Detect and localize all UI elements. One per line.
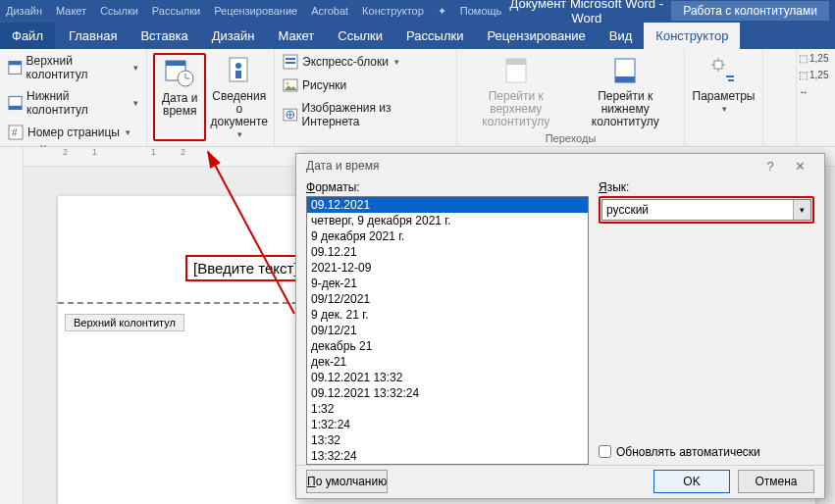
tab-review[interactable]: Рецензирование — [475, 23, 597, 49]
format-option[interactable]: дек-21 — [307, 354, 588, 370]
title-bar: Дизайн Макет Ссылки Рассылки Рецензирова… — [0, 0, 835, 22]
auto-update-checkbox[interactable] — [599, 445, 611, 458]
pictures-button[interactable]: Рисунки — [281, 76, 450, 94]
format-option[interactable]: 9 дек. 21 г. — [307, 307, 588, 323]
header-button[interactable]: Верхний колонтитул — [6, 53, 140, 82]
date-time-button[interactable]: Дата и время — [153, 53, 206, 141]
date-time-dialog: Дата и время ? ✕ Форматы: 09.12.2021четв… — [295, 153, 825, 499]
svg-rect-22 — [615, 76, 635, 82]
tab-references[interactable]: Ссылки — [326, 23, 394, 49]
dialog-close-button[interactable]: ✕ — [785, 159, 814, 174]
format-option[interactable]: 9-дек-21 — [307, 276, 588, 291]
dialog-title: Дата и время — [306, 159, 756, 173]
format-option[interactable]: 09/12/21 — [307, 323, 588, 338]
header-area-label: Верхний колонтитул — [65, 314, 184, 331]
header-placeholder[interactable]: [Введите текст] — [185, 255, 306, 281]
svg-rect-11 — [235, 71, 241, 78]
vertical-ruler — [0, 147, 24, 504]
format-option[interactable]: 1:32:24 — [307, 417, 588, 432]
auto-update-label: Обновлять автоматически — [616, 445, 760, 459]
legacy-menus: Дизайн Макет Ссылки Рассылки Рецензирова… — [6, 5, 501, 18]
position-group-truncated: ⬚1,25 ⬚1,25 ↔ — [796, 49, 835, 146]
options-icon — [708, 55, 740, 86]
dialog-help-button[interactable]: ? — [756, 159, 785, 174]
go-to-header-button: Перейти к верхнему колонтитулу — [463, 53, 569, 130]
blocks-icon — [283, 54, 298, 70]
svg-point-16 — [287, 82, 289, 85]
globe-image-icon — [283, 107, 298, 123]
svg-rect-14 — [286, 62, 295, 64]
format-option[interactable]: 1:32 — [307, 401, 588, 417]
svg-point-10 — [235, 63, 241, 69]
tab-home[interactable]: Главная — [57, 23, 129, 49]
footer-button[interactable]: Нижний колонтитул — [6, 88, 140, 118]
go-header-icon — [500, 55, 532, 86]
go-to-footer-button[interactable]: Перейти к нижнему колонтитулу — [573, 53, 679, 130]
svg-rect-1 — [9, 62, 22, 66]
format-option[interactable]: четверг, 9 декабря 2021 г. — [307, 213, 588, 228]
calendar-clock-icon — [164, 57, 195, 88]
document-info-icon — [224, 55, 255, 86]
svg-rect-13 — [286, 58, 295, 60]
language-label: Язык: — [599, 180, 814, 194]
footer-icon — [8, 95, 23, 111]
contextual-tab-label: Работа с колонтитулами — [671, 1, 829, 21]
formats-label: Форматы: — [306, 180, 589, 194]
formats-listbox[interactable]: 09.12.2021четверг, 9 декабря 2021 г.9 де… — [306, 196, 589, 465]
header-icon — [8, 60, 23, 76]
format-option[interactable]: 2021-12-09 — [307, 260, 588, 276]
format-option[interactable]: 09.12.2021 13:32:24 — [307, 385, 588, 401]
online-images-button[interactable]: Изображения из Интернета — [281, 100, 450, 129]
format-option[interactable]: 09.12.2021 13:32 — [307, 370, 588, 385]
default-button[interactable]: По умолчанию — [306, 470, 388, 493]
picture-icon — [283, 77, 298, 93]
ribbon: Верхний колонтитул Нижний колонтитул # Н… — [0, 49, 835, 147]
doc-info-button[interactable]: Сведения о документе — [210, 53, 268, 141]
tab-file[interactable]: Файл — [0, 23, 55, 49]
format-option[interactable]: 13:32 — [307, 432, 588, 448]
svg-rect-20 — [506, 59, 526, 65]
format-option[interactable]: 09.12.21 — [307, 244, 588, 260]
go-footer-icon — [609, 55, 641, 86]
parameters-button[interactable]: Параметры — [691, 53, 757, 130]
tab-view[interactable]: Вид — [598, 23, 645, 49]
format-option[interactable]: декабрь 21 — [307, 338, 588, 354]
format-option[interactable]: 09/12/2021 — [307, 291, 588, 307]
tab-layout[interactable]: Макет — [266, 23, 326, 49]
tab-insert[interactable]: Вставка — [129, 23, 199, 49]
ribbon-tabs: Файл Главная Вставка Дизайн Макет Ссылки… — [0, 22, 835, 49]
quick-parts-button[interactable]: Экспресс-блоки — [281, 53, 450, 71]
language-combo[interactable]: русский ▾ — [601, 199, 811, 221]
tab-constructor[interactable]: Конструктор — [644, 23, 740, 49]
svg-rect-23 — [714, 61, 722, 69]
group-label-navigation: Переходы — [463, 130, 678, 146]
cancel-button[interactable]: Отмена — [738, 470, 814, 493]
chevron-down-icon[interactable]: ▾ — [793, 200, 810, 220]
page-number-button[interactable]: # Номер страницы — [6, 124, 140, 141]
format-option[interactable]: 09.12.2021 — [307, 197, 588, 213]
format-option[interactable]: 9 декабря 2021 г. — [307, 228, 588, 244]
hash-icon: # — [8, 125, 24, 140]
svg-rect-3 — [9, 106, 22, 110]
svg-text:#: # — [12, 127, 18, 138]
format-option[interactable]: 13:32:24 — [307, 448, 588, 464]
tab-mailings[interactable]: Рассылки — [394, 23, 475, 49]
svg-rect-7 — [166, 61, 185, 66]
ok-button[interactable]: OK — [653, 470, 730, 493]
tab-design[interactable]: Дизайн — [200, 23, 267, 49]
